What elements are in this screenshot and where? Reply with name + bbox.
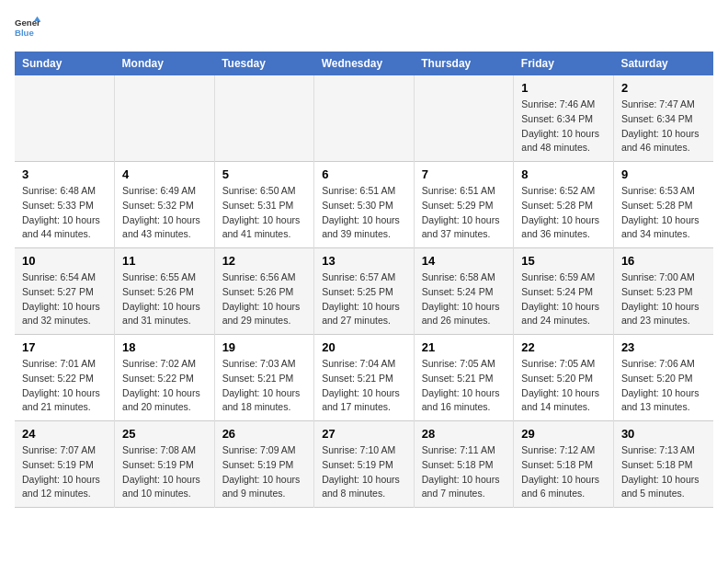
logo: General Blue (15, 15, 40, 40)
calendar-week-5: 24Sunrise: 7:07 AM Sunset: 5:19 PM Dayli… (15, 421, 713, 508)
day-number: 1 (521, 81, 606, 95)
day-info: Sunrise: 6:59 AM Sunset: 5:24 PM Dayligh… (521, 270, 606, 328)
day-info: Sunrise: 7:02 AM Sunset: 5:22 PM Dayligh… (122, 357, 207, 415)
day-info: Sunrise: 7:03 AM Sunset: 5:21 PM Dayligh… (222, 357, 307, 415)
day-info: Sunrise: 7:00 AM Sunset: 5:23 PM Dayligh… (621, 270, 706, 328)
calendar-cell: 22Sunrise: 7:05 AM Sunset: 5:20 PM Dayli… (514, 335, 614, 421)
calendar-cell: 28Sunrise: 7:11 AM Sunset: 5:18 PM Dayli… (414, 421, 514, 508)
logo-icon: General Blue (15, 15, 40, 40)
weekday-header-monday: Monday (115, 52, 215, 75)
day-info: Sunrise: 6:54 AM Sunset: 5:27 PM Dayligh… (22, 270, 107, 328)
calendar-cell: 25Sunrise: 7:08 AM Sunset: 5:19 PM Dayli… (115, 421, 215, 508)
day-info: Sunrise: 6:50 AM Sunset: 5:31 PM Dayligh… (222, 184, 307, 242)
calendar-cell: 15Sunrise: 6:59 AM Sunset: 5:24 PM Dayli… (514, 248, 614, 335)
day-info: Sunrise: 7:11 AM Sunset: 5:18 PM Dayligh… (422, 443, 506, 501)
day-number: 12 (222, 254, 307, 268)
weekday-header-tuesday: Tuesday (214, 52, 314, 75)
day-number: 15 (521, 254, 606, 268)
day-number: 9 (621, 167, 706, 181)
calendar-week-2: 3Sunrise: 6:48 AM Sunset: 5:33 PM Daylig… (15, 162, 713, 248)
day-number: 19 (222, 340, 307, 354)
calendar-cell: 9Sunrise: 6:53 AM Sunset: 5:28 PM Daylig… (613, 162, 713, 248)
calendar-cell: 16Sunrise: 7:00 AM Sunset: 5:23 PM Dayli… (613, 248, 713, 335)
day-info: Sunrise: 7:06 AM Sunset: 5:20 PM Dayligh… (621, 357, 706, 415)
calendar-cell: 7Sunrise: 6:51 AM Sunset: 5:29 PM Daylig… (414, 162, 514, 248)
calendar-cell: 4Sunrise: 6:49 AM Sunset: 5:32 PM Daylig… (115, 162, 215, 248)
day-number: 10 (22, 254, 107, 268)
day-number: 5 (222, 167, 307, 181)
day-number: 14 (422, 254, 506, 268)
calendar-cell: 30Sunrise: 7:13 AM Sunset: 5:18 PM Dayli… (613, 421, 713, 508)
day-info: Sunrise: 7:13 AM Sunset: 5:18 PM Dayligh… (621, 443, 706, 501)
day-number: 24 (22, 427, 107, 441)
calendar-cell: 19Sunrise: 7:03 AM Sunset: 5:21 PM Dayli… (214, 335, 314, 421)
calendar-cell: 21Sunrise: 7:05 AM Sunset: 5:21 PM Dayli… (414, 335, 514, 421)
day-number: 13 (322, 254, 406, 268)
day-number: 30 (621, 427, 706, 441)
day-info: Sunrise: 7:07 AM Sunset: 5:19 PM Dayligh… (22, 443, 107, 501)
calendar-cell (414, 75, 514, 162)
day-info: Sunrise: 6:56 AM Sunset: 5:26 PM Dayligh… (222, 270, 307, 328)
day-info: Sunrise: 7:46 AM Sunset: 6:34 PM Dayligh… (521, 98, 606, 155)
day-info: Sunrise: 7:08 AM Sunset: 5:19 PM Dayligh… (122, 443, 207, 501)
calendar-cell: 23Sunrise: 7:06 AM Sunset: 5:20 PM Dayli… (613, 335, 713, 421)
calendar-cell: 8Sunrise: 6:52 AM Sunset: 5:28 PM Daylig… (514, 162, 614, 248)
calendar-cell: 11Sunrise: 6:55 AM Sunset: 5:26 PM Dayli… (115, 248, 215, 335)
calendar-cell: 17Sunrise: 7:01 AM Sunset: 5:22 PM Dayli… (15, 335, 115, 421)
day-info: Sunrise: 6:48 AM Sunset: 5:33 PM Dayligh… (22, 184, 107, 242)
weekday-header-sunday: Sunday (15, 52, 115, 75)
calendar-cell (15, 75, 115, 162)
calendar-cell: 1Sunrise: 7:46 AM Sunset: 6:34 PM Daylig… (514, 75, 614, 162)
calendar-cell: 24Sunrise: 7:07 AM Sunset: 5:19 PM Dayli… (15, 421, 115, 508)
day-number: 3 (22, 167, 107, 181)
calendar-cell (214, 75, 314, 162)
calendar-cell: 2Sunrise: 7:47 AM Sunset: 6:34 PM Daylig… (613, 75, 713, 162)
calendar-week-1: 1Sunrise: 7:46 AM Sunset: 6:34 PM Daylig… (15, 75, 713, 162)
calendar-cell: 13Sunrise: 6:57 AM Sunset: 5:25 PM Dayli… (314, 248, 415, 335)
day-number: 17 (22, 340, 107, 354)
day-number: 16 (621, 254, 706, 268)
calendar-cell (314, 75, 415, 162)
calendar-cell: 29Sunrise: 7:12 AM Sunset: 5:18 PM Dayli… (514, 421, 614, 508)
calendar-cell: 20Sunrise: 7:04 AM Sunset: 5:21 PM Dayli… (314, 335, 415, 421)
day-info: Sunrise: 7:05 AM Sunset: 5:21 PM Dayligh… (422, 357, 506, 415)
calendar-cell: 27Sunrise: 7:10 AM Sunset: 5:19 PM Dayli… (314, 421, 415, 508)
day-info: Sunrise: 6:58 AM Sunset: 5:24 PM Dayligh… (422, 270, 506, 328)
weekday-header-thursday: Thursday (414, 52, 514, 75)
day-info: Sunrise: 6:57 AM Sunset: 5:25 PM Dayligh… (322, 270, 406, 328)
calendar-cell: 14Sunrise: 6:58 AM Sunset: 5:24 PM Dayli… (414, 248, 514, 335)
day-number: 28 (422, 427, 506, 441)
day-number: 11 (122, 254, 207, 268)
day-info: Sunrise: 7:12 AM Sunset: 5:18 PM Dayligh… (521, 443, 606, 501)
day-info: Sunrise: 6:49 AM Sunset: 5:32 PM Dayligh… (122, 184, 207, 242)
weekday-header-wednesday: Wednesday (314, 52, 415, 75)
day-number: 7 (422, 167, 506, 181)
day-info: Sunrise: 7:05 AM Sunset: 5:20 PM Dayligh… (521, 357, 606, 415)
calendar-week-3: 10Sunrise: 6:54 AM Sunset: 5:27 PM Dayli… (15, 248, 713, 335)
day-info: Sunrise: 6:55 AM Sunset: 5:26 PM Dayligh… (122, 270, 207, 328)
day-number: 27 (322, 427, 406, 441)
day-number: 23 (621, 340, 706, 354)
day-info: Sunrise: 6:52 AM Sunset: 5:28 PM Dayligh… (521, 184, 606, 242)
calendar-table: SundayMondayTuesdayWednesdayThursdayFrid… (15, 52, 713, 508)
day-info: Sunrise: 6:53 AM Sunset: 5:28 PM Dayligh… (621, 184, 706, 242)
day-number: 26 (222, 427, 307, 441)
day-number: 29 (521, 427, 606, 441)
page-header: General Blue (15, 15, 713, 40)
weekday-header-saturday: Saturday (613, 52, 713, 75)
day-number: 21 (422, 340, 506, 354)
day-info: Sunrise: 7:10 AM Sunset: 5:19 PM Dayligh… (322, 443, 406, 501)
calendar-cell (115, 75, 215, 162)
day-number: 4 (122, 167, 207, 181)
day-number: 20 (322, 340, 406, 354)
calendar-cell: 12Sunrise: 6:56 AM Sunset: 5:26 PM Dayli… (214, 248, 314, 335)
calendar-cell: 3Sunrise: 6:48 AM Sunset: 5:33 PM Daylig… (15, 162, 115, 248)
day-info: Sunrise: 7:04 AM Sunset: 5:21 PM Dayligh… (322, 357, 406, 415)
day-info: Sunrise: 7:09 AM Sunset: 5:19 PM Dayligh… (222, 443, 307, 501)
calendar-cell: 6Sunrise: 6:51 AM Sunset: 5:30 PM Daylig… (314, 162, 415, 248)
calendar-week-4: 17Sunrise: 7:01 AM Sunset: 5:22 PM Dayli… (15, 335, 713, 421)
day-info: Sunrise: 6:51 AM Sunset: 5:30 PM Dayligh… (322, 184, 406, 242)
calendar-cell: 10Sunrise: 6:54 AM Sunset: 5:27 PM Dayli… (15, 248, 115, 335)
day-number: 18 (122, 340, 207, 354)
day-info: Sunrise: 7:47 AM Sunset: 6:34 PM Dayligh… (621, 98, 706, 155)
